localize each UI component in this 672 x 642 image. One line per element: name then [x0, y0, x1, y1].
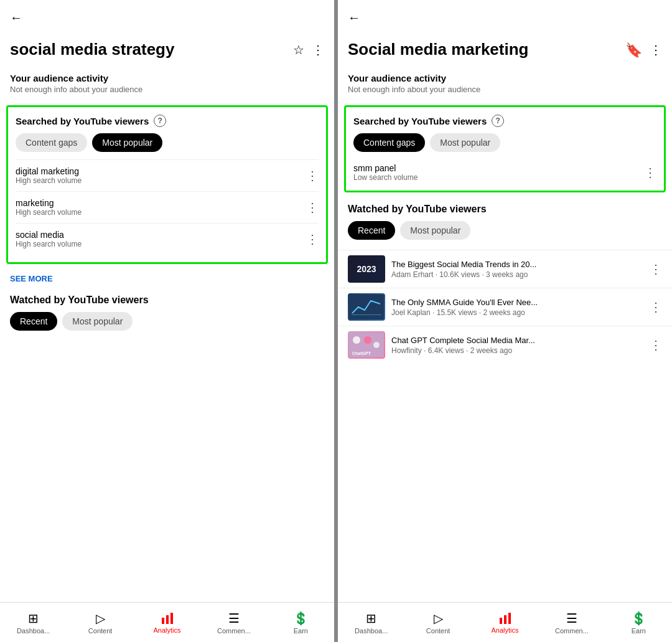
left-volume-0: High search volume [16, 176, 82, 185]
right-header: ← [338, 0, 672, 35]
svg-rect-4 [352, 314, 381, 315]
left-volume-1: High search volume [16, 208, 82, 217]
right-video-info-2: Chat GPT Complete Social Media Mar... Ho… [391, 336, 643, 355]
right-nav-analytics[interactable]: Analytics [472, 611, 538, 634]
right-nav-comments-label: Commen... [555, 627, 589, 635]
right-content-gaps-tab[interactable]: Content gaps [353, 133, 425, 152]
left-nav-analytics[interactable]: Analytics [134, 611, 200, 634]
right-watched-title: Watched by YouTube viewers [348, 204, 662, 215]
right-video-chart-svg [349, 295, 384, 319]
left-keyword-2: social media [16, 230, 82, 240]
left-help-icon[interactable]: ? [154, 115, 166, 127]
right-title-icons: 🔖 ⋮ [625, 40, 662, 59]
right-watch-tab-row: Recent Most popular [348, 221, 662, 240]
right-video-0-more[interactable]: ⋮ [650, 262, 662, 276]
left-more-icon[interactable]: ⋮ [312, 42, 324, 57]
right-tab-row: Content gaps Most popular [353, 133, 656, 152]
left-nav-dashboard-label: Dashboa... [17, 627, 50, 635]
right-video-title-0: The Biggest Social Media Trends in 20... [391, 260, 643, 269]
right-more-icon[interactable]: ⋮ [650, 42, 662, 59]
right-most-popular-watch-tab[interactable]: Most popular [400, 221, 470, 240]
svg-point-8 [373, 342, 380, 348]
right-item-0-more[interactable]: ⋮ [644, 165, 656, 180]
right-most-popular-tab[interactable]: Most popular [430, 133, 500, 152]
left-nav-comments[interactable]: ☰ Commen... [200, 611, 267, 635]
right-back-button[interactable]: ← [348, 11, 360, 25]
right-search-item-0-text: smm panel Low search volume [353, 163, 418, 182]
left-recent-tab[interactable]: Recent [10, 312, 57, 331]
left-item-0-more[interactable]: ⋮ [306, 168, 319, 183]
left-nav-dashboard[interactable]: ⊞ Dashboa... [0, 611, 67, 635]
right-searched-title-row: Searched by YouTube viewers ? [353, 115, 656, 127]
left-searched-title-row: Searched by YouTube viewers ? [16, 115, 319, 127]
right-video-0[interactable]: 2023 The Biggest Social Media Trends in … [338, 250, 672, 288]
left-item-1-more[interactable]: ⋮ [306, 200, 319, 215]
left-see-more[interactable]: SEE MORE [0, 269, 334, 288]
right-bookmark-icon[interactable]: 🔖 [625, 42, 642, 59]
left-bookmark-icon[interactable]: ☆ [293, 42, 304, 57]
left-content-area: Your audience activity Not enough info a… [0, 67, 334, 642]
right-video-1[interactable]: The Only SMMA Guide You'll Ever Nee... J… [338, 288, 672, 326]
right-nav-earn[interactable]: 💲 Earn [605, 611, 672, 635]
right-page-title: Social media marketing [348, 40, 528, 59]
right-search-item-0-row: smm panel Low search volume ⋮ [353, 163, 656, 182]
right-video-meta-2: Howfinity · 6.4K views · 2 weeks ago [391, 346, 643, 355]
right-video-title-2: Chat GPT Complete Social Media Mar... [391, 336, 643, 345]
right-nav-comments[interactable]: ☰ Commen... [538, 611, 605, 635]
right-video-info-1: The Only SMMA Guide You'll Ever Nee... J… [391, 298, 643, 317]
left-nav-earn[interactable]: 💲 Earn [268, 611, 334, 635]
left-nav-earn-label: Earn [294, 627, 308, 635]
svg-rect-11 [504, 615, 506, 624]
svg-rect-10 [500, 618, 502, 624]
right-video-social-svg: ChatGPT [349, 333, 384, 357]
right-help-icon[interactable]: ? [492, 115, 504, 127]
right-video-1-more[interactable]: ⋮ [650, 300, 662, 314]
left-search-item-1: marketing High search volume ⋮ [16, 191, 319, 223]
svg-rect-2 [170, 613, 173, 624]
left-most-popular-watch-tab[interactable]: Most popular [62, 312, 133, 331]
left-nav-analytics-label: Analytics [154, 626, 181, 634]
right-nav-dashboard-label: Dashboa... [355, 627, 388, 635]
right-searched-label: Searched by YouTube viewers [353, 116, 487, 126]
right-volume-0: Low search volume [353, 173, 418, 182]
right-nav-dashboard[interactable]: ⊞ Dashboa... [338, 611, 404, 635]
right-video-2[interactable]: ChatGPT Chat GPT Complete Social Media M… [338, 326, 672, 364]
right-nav-content[interactable]: ▷ Content [404, 611, 471, 635]
left-watched-section: Watched by YouTube viewers Recent Most p… [0, 288, 334, 341]
left-search-item-0-text: digital marketing High search volume [16, 166, 82, 185]
right-video-title-1: The Only SMMA Guide You'll Ever Nee... [391, 298, 643, 307]
right-nav-content-label: Content [426, 627, 450, 635]
right-video-info-0: The Biggest Social Media Trends in 20...… [391, 260, 643, 279]
left-content-gaps-tab[interactable]: Content gaps [16, 133, 87, 152]
left-searched-box: Searched by YouTube viewers ? Content ga… [6, 105, 328, 264]
right-searched-box: Searched by YouTube viewers ? Content ga… [344, 105, 666, 192]
right-video-2-more[interactable]: ⋮ [650, 338, 662, 352]
left-search-item-2: social media High search volume ⋮ [16, 223, 319, 255]
right-nav-analytics-label: Analytics [492, 626, 519, 634]
right-bottom-nav: ⊞ Dashboa... ▷ Content Analytics ☰ Comme… [338, 602, 672, 642]
svg-point-6 [353, 336, 360, 344]
left-back-button[interactable]: ← [10, 11, 22, 25]
right-video-thumb-2: ChatGPT [348, 331, 385, 359]
right-video-thumb-0: 2023 [348, 255, 385, 283]
right-video-thumb-1 [348, 293, 385, 321]
left-title-icons: ☆ ⋮ [293, 40, 324, 57]
right-video-meta-0: Adam Erhart · 10.6K views · 3 weeks ago [391, 270, 643, 279]
right-recent-tab[interactable]: Recent [348, 221, 395, 240]
left-audience-section: Your audience activity Not enough info a… [0, 67, 334, 100]
left-nav-comments-label: Commen... [217, 627, 251, 635]
left-keyword-0: digital marketing [16, 166, 82, 176]
right-video-meta-1: Joel Kaplan · 15.5K views · 2 weeks ago [391, 308, 643, 317]
right-panel: ← Social media marketing 🔖 ⋮ Your audien… [338, 0, 672, 642]
left-page-title: social media strategy [10, 40, 174, 59]
left-analytics-icon [161, 611, 174, 625]
left-bottom-nav: ⊞ Dashboa... ▷ Content Analytics ☰ Comme… [0, 602, 334, 642]
right-nav-earn-label: Earn [632, 627, 646, 635]
left-item-2-more[interactable]: ⋮ [306, 232, 319, 247]
left-search-item-0: digital marketing High search volume ⋮ [16, 159, 319, 191]
left-most-popular-tab[interactable]: Most popular [92, 133, 162, 152]
svg-point-7 [364, 336, 371, 344]
left-watched-title: Watched by YouTube viewers [10, 295, 324, 306]
left-nav-content[interactable]: ▷ Content [67, 611, 133, 635]
right-audience-section: Your audience activity Not enough info a… [338, 67, 672, 100]
